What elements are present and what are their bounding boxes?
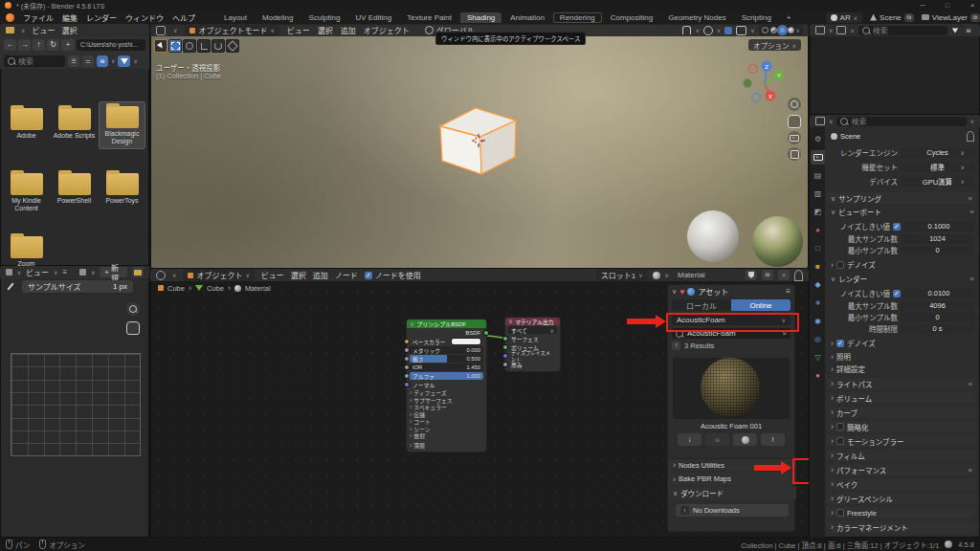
base-color-socket[interactable] — [405, 340, 409, 343]
viewlayer-datablock[interactable]: ViewLayer ⧉ — [922, 13, 980, 22]
gizmo-toggle-icon[interactable] — [724, 27, 732, 34]
panel-curves[interactable]: カーブ — [827, 407, 976, 418]
shader-editor-icon[interactable] — [156, 271, 166, 280]
tool-tweak-icon[interactable] — [154, 39, 167, 53]
shader-menu-add[interactable]: 追加 — [313, 270, 328, 280]
tab-physics[interactable]: ◉ — [811, 314, 825, 328]
maximize-button[interactable]: □ — [935, 0, 960, 11]
shader-menu-view[interactable]: ビュー — [261, 270, 284, 280]
file-menu-select[interactable]: 選択 — [61, 25, 77, 35]
shader-type-selector[interactable]: オブジェクト — [183, 269, 254, 281]
metallic-row[interactable]: メタリック 0.000 — [410, 346, 483, 354]
tool-select-box-icon[interactable] — [168, 39, 182, 53]
proportional-edit-icon[interactable] — [703, 26, 713, 35]
fake-user-shield-icon[interactable] — [746, 270, 757, 280]
pan-gizmo[interactable] — [126, 321, 140, 335]
file-search-input[interactable]: 検索 — [4, 55, 65, 67]
folder-item-selected[interactable]: Blackmagic Design — [100, 102, 145, 148]
panel-film[interactable]: フィルム — [827, 450, 976, 461]
tab-collection[interactable]: □ — [811, 241, 825, 255]
menu-window[interactable]: ウィンドウ — [125, 12, 164, 23]
workspace-tab-shading[interactable]: Shading — [460, 12, 501, 23]
material-browse-chevron-icon[interactable] — [665, 271, 669, 279]
pin-icon[interactable] — [794, 270, 803, 281]
alpha-row[interactable]: アルファ 1.000 — [410, 372, 483, 380]
workspace-tab-uv-editing[interactable]: UV Editing — [348, 12, 398, 23]
workspace-tab-animation[interactable]: Animation — [503, 12, 551, 23]
asset-preview[interactable] — [673, 358, 790, 419]
material-icon[interactable] — [653, 272, 660, 279]
folder-item[interactable]: PowerShell — [52, 169, 97, 205]
breadcrumb-data[interactable]: Cube — [207, 284, 224, 293]
shader-editor[interactable]: オブジェクト ビュー 選択 追加 ノード ノードを使用 スロット1 Materi… — [150, 269, 809, 538]
viewport-editor-icon[interactable] — [156, 26, 166, 35]
shader-menu-node[interactable]: ノード — [335, 270, 358, 280]
motion-blur-checkbox[interactable] — [836, 437, 844, 445]
tab-online[interactable]: Online — [731, 299, 791, 311]
menu-edit[interactable]: 編集 — [62, 12, 78, 23]
base-color-row[interactable]: ベースカラー — [410, 338, 483, 345]
folder-item[interactable]: My Kindle Content — [4, 169, 49, 213]
tool-rotate-icon[interactable] — [212, 39, 225, 53]
rd-denoise-row[interactable]: デノイズ — [831, 338, 974, 348]
tab-material[interactable]: ● — [811, 368, 825, 383]
shading-solid-icon[interactable] — [770, 27, 777, 33]
workspace-tab-texture-paint[interactable]: Texture Paint — [400, 12, 458, 23]
collapse-icon[interactable] — [410, 320, 414, 328]
viewport-3d[interactable]: オブジェクトモード ビュー 選択 追加 オブジェクト グローバル — [150, 24, 809, 269]
close-button[interactable]: × — [960, 0, 980, 11]
image-canvas-grid[interactable] — [11, 354, 140, 455]
filter-toggle-button[interactable] — [118, 55, 130, 67]
tab-view-layer[interactable]: ▥ — [811, 187, 825, 201]
lights-row[interactable]: 照明 — [831, 351, 974, 362]
file-menu-view[interactable]: ビュー — [32, 25, 55, 35]
asset-panel-header[interactable]: アセット — [668, 285, 794, 298]
tool-cursor-icon[interactable] — [183, 39, 196, 53]
use-nodes-checkbox[interactable] — [365, 272, 372, 279]
tab-particles[interactable]: ∗ — [811, 296, 825, 310]
scene-selector[interactable]: AR — [826, 12, 863, 23]
breadcrumb-material[interactable]: Material — [245, 284, 271, 293]
back-button[interactable]: ← — [4, 39, 16, 51]
vp-min-field[interactable]: 0 — [901, 246, 974, 255]
vp-denoise-checkbox[interactable] — [836, 261, 844, 269]
subpanel-viewport[interactable]: ビューポート — [831, 207, 974, 217]
properties-search-input[interactable]: 検索 — [836, 117, 966, 126]
workspace-tab-scripting[interactable]: Scripting — [735, 12, 778, 23]
workspace-tab-geometry-nodes[interactable]: Geometry Nodes — [661, 12, 732, 23]
advanced-row[interactable]: 詳細設定 — [831, 364, 974, 374]
image-editor-icon[interactable] — [6, 269, 12, 276]
tab-output[interactable]: ▤ — [811, 168, 825, 183]
material-name-field[interactable]: Material — [674, 270, 741, 280]
vp-noise-field[interactable]: 0.1000 — [903, 222, 974, 231]
vp-max-field[interactable]: 1024 — [901, 234, 974, 244]
tab-object[interactable]: ■ — [811, 259, 825, 274]
ior-row[interactable]: IOR 1.450 — [410, 364, 483, 371]
node-section-thin-film[interactable]: 薄膜 — [410, 442, 483, 450]
open-web-button[interactable] — [733, 433, 757, 446]
freestyle-checkbox[interactable] — [836, 509, 844, 517]
viewport-menu-object[interactable]: オブジェクト — [364, 25, 410, 35]
node-section-emission[interactable]: 放射 — [410, 432, 483, 440]
workspace-tab-sculpting[interactable]: Sculpting — [302, 12, 347, 23]
snap-magnet-icon[interactable] — [682, 26, 691, 34]
new-scene-button[interactable]: ⧉ — [904, 13, 914, 22]
shading-material-preview-icon[interactable] — [779, 27, 786, 33]
overlays-toggle-icon[interactable] — [736, 26, 746, 35]
use-nodes-toggle[interactable]: ノードを使用 — [365, 270, 421, 280]
tab-constraints[interactable]: ◎ — [811, 332, 825, 346]
image-menu-icon[interactable] — [63, 268, 68, 276]
rd-noise-checkbox[interactable] — [893, 290, 901, 298]
panel-freestyle[interactable]: Freestyle — [827, 507, 976, 518]
new-collection-icon[interactable]: ⊞ — [963, 26, 974, 35]
panel-motion-blur[interactable]: モーションブラー — [827, 435, 976, 447]
normal-socket[interactable] — [405, 383, 409, 386]
workspace-tab-layout[interactable]: Layout — [217, 12, 254, 23]
new-folder-button[interactable]: + — [61, 39, 75, 51]
scene-datablock[interactable]: Scene ⧉ — [870, 13, 914, 22]
image-browse-icon[interactable] — [79, 269, 86, 276]
duplicate-material-icon[interactable]: ⧉ — [762, 270, 773, 280]
principled-bsdf-node[interactable]: プリンシプルBSDF BSDF ベースカラー メタリック 0.000 粗さ 0.… — [407, 320, 486, 452]
viewport-pan-icon[interactable] — [788, 115, 801, 128]
panel-bake[interactable]: ベイク — [827, 478, 976, 490]
